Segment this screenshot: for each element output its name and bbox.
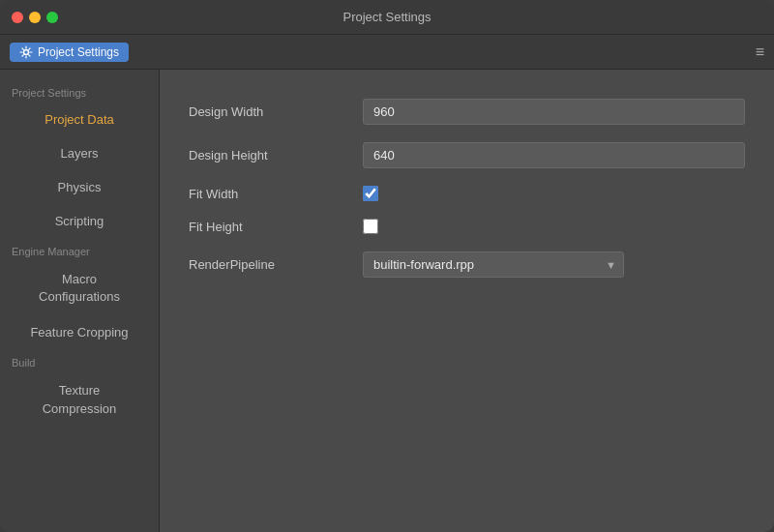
sidebar-item-scripting[interactable]: Scripting <box>0 204 159 238</box>
fit-width-row <box>363 186 745 201</box>
fit-height-checkbox[interactable] <box>363 219 378 234</box>
design-width-input[interactable] <box>363 99 745 125</box>
traffic-lights <box>12 12 58 23</box>
window-title: Project Settings <box>342 10 431 24</box>
main-layout: Project Settings Project Data Layers Phy… <box>0 70 774 532</box>
fit-height-label: Fit Height <box>189 220 343 234</box>
nav-left: Project Settings <box>10 43 129 62</box>
project-settings-nav-button[interactable]: Project Settings <box>10 43 129 62</box>
fit-width-checkbox[interactable] <box>363 186 378 201</box>
render-pipeline-select[interactable]: builtin-forward.rpp <box>363 251 624 278</box>
title-bar: Project Settings <box>0 0 774 35</box>
sidebar-item-physics[interactable]: Physics <box>0 170 159 204</box>
svg-point-0 <box>24 49 29 54</box>
content-area: Design Width Design Height Fit Width Fit… <box>160 70 774 532</box>
settings-icon <box>19 45 33 59</box>
close-button[interactable] <box>12 12 23 23</box>
sidebar-item-feature-cropping[interactable]: Feature Cropping <box>0 315 159 349</box>
section-label-build: Build <box>0 349 159 372</box>
design-height-input[interactable] <box>363 142 745 168</box>
form-grid: Design Width Design Height Fit Width Fit… <box>189 99 745 278</box>
nav-bar: Project Settings ≡ <box>0 35 774 70</box>
sidebar-item-macro-configurations[interactable]: MacroConfigurations <box>0 261 159 315</box>
project-settings-nav-label: Project Settings <box>38 45 119 59</box>
design-height-label: Design Height <box>189 148 343 163</box>
sidebar-item-layers[interactable]: Layers <box>0 136 159 170</box>
fit-height-row <box>363 219 745 234</box>
sidebar-item-project-data[interactable]: Project Data <box>0 103 159 136</box>
render-pipeline-select-wrap: builtin-forward.rpp ▼ <box>363 251 624 278</box>
hamburger-menu-button[interactable]: ≡ <box>756 44 764 61</box>
maximize-button[interactable] <box>46 12 58 23</box>
sidebar-item-texture-compression[interactable]: TextureCompression <box>0 372 159 427</box>
fit-width-label: Fit Width <box>189 187 343 201</box>
sidebar: Project Settings Project Data Layers Phy… <box>0 70 160 532</box>
section-label-engine-manager: Engine Manager <box>0 238 159 261</box>
design-width-label: Design Width <box>189 104 343 119</box>
minimize-button[interactable] <box>29 12 41 23</box>
section-label-project-settings: Project Settings <box>0 79 159 103</box>
render-pipeline-label: RenderPipeline <box>189 257 343 272</box>
